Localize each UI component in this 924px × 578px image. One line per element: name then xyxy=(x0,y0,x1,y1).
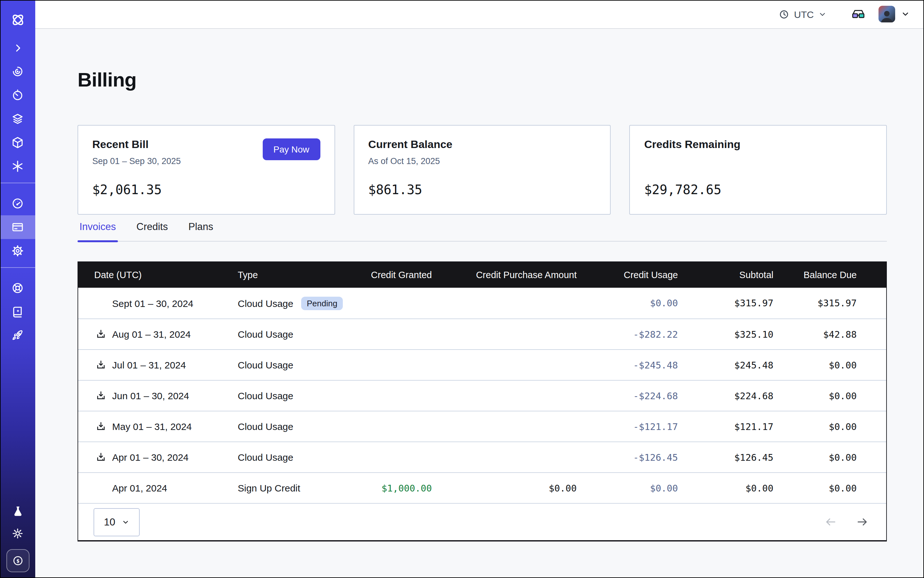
sidebar-item-billing-card-icon[interactable] xyxy=(0,215,35,239)
pagination-controls xyxy=(825,516,868,528)
card-amount: $2,061.35 xyxy=(92,182,162,197)
invoice-type: Cloud Usage xyxy=(238,390,293,401)
sidebar-item-settings-gear-icon[interactable] xyxy=(0,239,35,263)
invoices-table: Date (UTC) Type Credit Granted Credit Pu… xyxy=(78,261,887,541)
table-row: Sept 01 – 30, 2024 Cloud UsagePending $0… xyxy=(78,288,886,318)
page-size-value: 10 xyxy=(104,516,115,528)
sidebar: $ xyxy=(0,0,35,578)
subtotal-value: $325.10 xyxy=(678,329,773,339)
table-row: Apr 01 – 30, 2024 Cloud Usage -$126.45 $… xyxy=(78,442,886,472)
timezone-selector[interactable]: UTC xyxy=(779,9,827,19)
sidebar-item-docs-book-icon[interactable] xyxy=(0,300,35,324)
next-page-arrow-button[interactable] xyxy=(856,516,868,528)
glasses-icon[interactable] xyxy=(851,8,866,20)
sidebar-item-support-lifebuoy-icon[interactable] xyxy=(0,276,35,300)
billing-tabs: Invoices Credits Plans xyxy=(78,221,887,242)
download-invoice-button[interactable] xyxy=(94,451,107,464)
sidebar-item-usage-gauge-icon[interactable] xyxy=(0,192,35,215)
credits-coin-button[interactable]: $ xyxy=(6,549,29,572)
main-content: Billing Recent Bill Sep 01 – Sep 30, 202… xyxy=(35,29,924,578)
balance-due-value: $315.97 xyxy=(773,298,857,308)
subtotal-value: $224.68 xyxy=(678,391,773,401)
tab-credits[interactable]: Credits xyxy=(135,221,170,241)
download-invoice-button[interactable] xyxy=(94,328,107,341)
current-balance-card: Current Balance As of Oct 15, 2025 $861.… xyxy=(353,125,611,215)
table-row: Aug 01 – 31, 2024 Cloud Usage -$282.22 $… xyxy=(78,318,886,349)
balance-due-value: $0.00 xyxy=(773,360,857,370)
credit-usage-value: -$282.22 xyxy=(577,329,678,339)
topbar: UTC xyxy=(35,0,924,29)
download-invoice-button[interactable] xyxy=(94,359,107,371)
download-icon xyxy=(95,421,106,432)
invoice-type-cell: Cloud UsagePending xyxy=(238,296,323,310)
tab-invoices[interactable]: Invoices xyxy=(78,221,118,241)
table-body: Sept 01 – 30, 2024 Cloud UsagePending $0… xyxy=(78,288,886,503)
pay-now-button[interactable]: Pay Now xyxy=(262,138,320,160)
balance-due-value: $0.00 xyxy=(773,483,857,493)
sidebar-divider xyxy=(0,183,35,183)
subtotal-value: $126.45 xyxy=(678,452,773,462)
invoice-type-cell: Cloud Usage xyxy=(238,329,323,339)
download-invoice-button[interactable] xyxy=(94,420,107,433)
credits-remaining-card: Credits Remaining $29,782.65 xyxy=(630,125,887,215)
sidebar-item-nexus-asterisk-icon[interactable] xyxy=(0,154,35,178)
sidebar-item-deployments-layers-icon[interactable] xyxy=(0,107,35,131)
summary-cards: Recent Bill Sep 01 – Sep 30, 2025 $2,061… xyxy=(78,125,887,215)
credit-usage-value: -$224.68 xyxy=(577,391,678,401)
table-row: May 01 – 31, 2024 Cloud Usage -$121.17 $… xyxy=(78,411,886,442)
avatar[interactable] xyxy=(879,6,895,23)
credit-purchase-amount-value: $0.00 xyxy=(432,483,577,493)
table-row: Jul 01 – 31, 2024 Cloud Usage -$245.48 $… xyxy=(78,349,886,380)
invoice-date: Apr 01 – 30, 2024 xyxy=(112,452,189,463)
subtotal-value: $121.17 xyxy=(678,421,773,432)
column-header-date: Date (UTC) xyxy=(78,270,238,280)
balance-due-value: $42.88 xyxy=(773,329,857,339)
invoice-type-cell: Sign Up Credit xyxy=(238,482,323,494)
sidebar-item-labs-flask-icon[interactable] xyxy=(0,500,35,522)
invoice-date-cell: Apr 01, 2024 xyxy=(78,482,238,494)
download-icon xyxy=(95,390,106,401)
table-header: Date (UTC) Type Credit Granted Credit Pu… xyxy=(78,262,886,288)
user-menu-chevron-down-icon[interactable] xyxy=(901,10,910,19)
chevron-down-icon xyxy=(818,10,827,18)
credit-usage-value: -$126.45 xyxy=(577,452,678,462)
theme-toggle-sun-icon[interactable] xyxy=(0,522,35,544)
column-header-credit-purchase-amount: Credit Purchase Amount xyxy=(432,270,577,280)
invoice-type: Cloud Usage xyxy=(238,421,293,432)
sidebar-item-cube-icon[interactable] xyxy=(0,131,35,154)
sidebar-expand-chevron-right-icon[interactable] xyxy=(0,36,35,60)
temporal-logo-icon[interactable] xyxy=(0,4,35,36)
sidebar-item-schedules-timer-icon[interactable] xyxy=(0,83,35,107)
invoice-date: Apr 01, 2024 xyxy=(112,482,167,494)
invoice-type: Cloud Usage xyxy=(238,329,293,339)
invoice-type: Cloud Usage xyxy=(238,359,293,370)
download-invoice-button[interactable] xyxy=(94,389,107,402)
invoice-date: Sept 01 – 30, 2024 xyxy=(112,298,193,308)
recent-bill-card: Recent Bill Sep 01 – Sep 30, 2025 $2,061… xyxy=(78,125,335,215)
previous-page-arrow-button[interactable] xyxy=(825,516,837,528)
invoice-date-cell: Aug 01 – 31, 2024 xyxy=(78,328,238,341)
invoice-date-cell: Jul 01 – 31, 2024 xyxy=(78,359,238,371)
subtotal-value: $0.00 xyxy=(678,483,773,493)
invoice-date-cell: Jun 01 – 30, 2024 xyxy=(78,389,238,402)
invoice-date: Aug 01 – 31, 2024 xyxy=(112,329,191,339)
card-title: Current Balance xyxy=(368,138,596,151)
card-amount: $861.35 xyxy=(368,182,422,197)
column-header-credit-usage: Credit Usage xyxy=(577,270,678,280)
invoice-date-cell: Sept 01 – 30, 2024 xyxy=(78,297,238,310)
column-header-type: Type xyxy=(238,270,323,280)
invoice-date: May 01 – 31, 2024 xyxy=(112,421,192,432)
balance-due-value: $0.00 xyxy=(773,391,857,401)
subtotal-value: $315.97 xyxy=(678,298,773,308)
balance-due-value: $0.00 xyxy=(773,452,857,462)
sidebar-item-getting-started-rocket-icon[interactable] xyxy=(0,324,35,347)
credit-usage-value: -$245.48 xyxy=(577,360,678,370)
card-subtitle: As of Oct 15, 2025 xyxy=(368,156,596,166)
page-size-select[interactable]: 10 xyxy=(94,508,140,536)
invoice-date-cell: May 01 – 31, 2024 xyxy=(78,420,238,433)
column-header-balance-due: Balance Due xyxy=(773,270,857,280)
sidebar-item-namespaces-spiral-icon[interactable] xyxy=(0,60,35,83)
subtotal-value: $245.48 xyxy=(678,360,773,370)
tab-plans[interactable]: Plans xyxy=(187,221,215,241)
table-footer: 10 xyxy=(78,503,886,540)
